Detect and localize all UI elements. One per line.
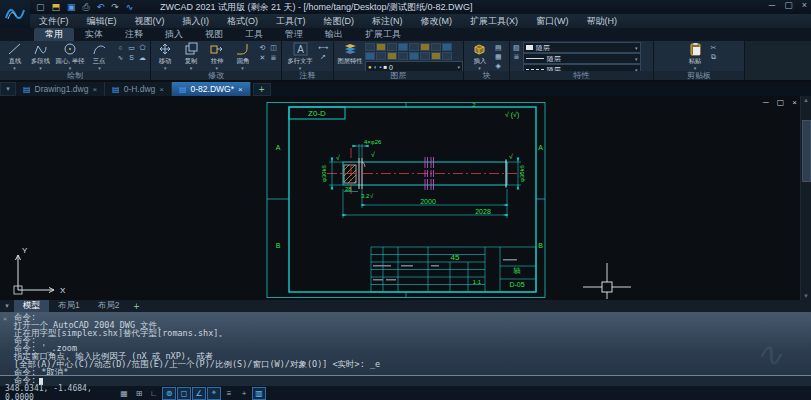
copy-button[interactable]: 复制 ▾ bbox=[179, 42, 204, 70]
workspace-toggle[interactable]: ▥ bbox=[252, 387, 266, 400]
revcloud-icon[interactable]: ☁ bbox=[137, 53, 148, 63]
array-icon[interactable]: ≣ bbox=[268, 53, 279, 63]
ribbon-tab-express[interactable]: 扩展工具 bbox=[354, 28, 412, 41]
menu-express[interactable]: 扩展工具(X) bbox=[461, 14, 527, 28]
otrack-toggle[interactable]: ∠ bbox=[192, 387, 206, 400]
menu-tools[interactable]: 工具(T) bbox=[267, 14, 315, 28]
ribbon-tab-output[interactable]: 输出 bbox=[314, 28, 354, 41]
command-close-icon[interactable]: × bbox=[3, 315, 7, 323]
minimize-button[interactable]: ─ bbox=[769, 0, 775, 10]
dynamic-input-toggle[interactable]: ⌖ bbox=[207, 387, 221, 400]
rectangle-icon[interactable]: ▭ bbox=[126, 43, 137, 53]
close-tab-icon[interactable]: × bbox=[92, 85, 97, 94]
rotate-icon[interactable]: ⟲ bbox=[257, 43, 268, 53]
edit-block-icon[interactable]: ▦ bbox=[495, 52, 502, 61]
add-layout-button[interactable]: + bbox=[128, 300, 144, 312]
ortho-toggle[interactable]: ∟ bbox=[147, 387, 161, 400]
ribbon-tab-annotate[interactable]: 注释 bbox=[114, 28, 154, 41]
attributes-icon[interactable]: ◈ bbox=[495, 61, 502, 70]
ribbon-tab-tools[interactable]: 工具 bbox=[234, 28, 274, 41]
close-tab-icon[interactable]: × bbox=[238, 85, 243, 94]
close-tab-icon[interactable]: × bbox=[159, 85, 164, 94]
customize-icon[interactable]: ∿ bbox=[126, 1, 134, 13]
ribbon-tab-solid[interactable]: 实体 bbox=[74, 28, 114, 41]
drawing-canvas[interactable]: ─ ▢ × bbox=[0, 96, 811, 300]
undo-icon[interactable]: ↶ bbox=[97, 1, 105, 13]
circle-button[interactable]: 圆心, 半径 ▾ bbox=[54, 42, 86, 70]
create-block-icon[interactable]: ▤ bbox=[495, 43, 502, 52]
doc-tab-0-h[interactable]: ▤ 0-H.dwg × bbox=[105, 82, 172, 96]
color-dropdown[interactable]: 随层 ▾ bbox=[523, 42, 641, 53]
copy-clip-icon[interactable]: ⧉ bbox=[711, 52, 717, 61]
command-window[interactable]: × 命令: 打开一个 AutoCAD 2004 DWG 文件。 正在用字型[si… bbox=[0, 312, 811, 386]
ribbon-tab-insert[interactable]: 插入 bbox=[154, 28, 194, 41]
move-button[interactable]: 移动 ▾ bbox=[153, 42, 178, 70]
menu-window[interactable]: 窗口(W) bbox=[527, 14, 578, 28]
scroll-up-icon[interactable]: ▲ bbox=[801, 97, 811, 103]
doc-close-icon[interactable]: × bbox=[792, 98, 797, 107]
lineweight-dropdown[interactable]: 随层 ▾ bbox=[523, 53, 641, 64]
menu-format[interactable]: 格式(O) bbox=[218, 14, 267, 28]
paste-button[interactable]: 粘贴 ▾ bbox=[682, 42, 709, 70]
ucs-x-label: X bbox=[60, 286, 66, 295]
vertical-scrollbar[interactable]: ▲ ▼ bbox=[800, 96, 811, 300]
new-icon[interactable]: ▢ bbox=[36, 1, 45, 13]
donut-icon[interactable]: ○ bbox=[115, 43, 126, 53]
cursor-toggle[interactable]: + bbox=[237, 387, 251, 400]
restore-button[interactable]: ▢ bbox=[784, 0, 793, 10]
match-properties-icon[interactable]: ▧ bbox=[513, 43, 520, 52]
close-button[interactable]: × bbox=[802, 0, 807, 10]
menu-view[interactable]: 视图(V) bbox=[126, 14, 174, 28]
line-button[interactable]: 直线 ▾ bbox=[2, 42, 27, 70]
menu-file[interactable]: 文件(F) bbox=[30, 14, 78, 28]
stretch-button[interactable]: 拉伸 ▾ bbox=[205, 42, 230, 70]
leader-icon[interactable]: ↗ bbox=[318, 52, 328, 61]
mirror-icon[interactable]: ◫ bbox=[268, 43, 279, 53]
dimension-icon[interactable]: ⟷ bbox=[318, 43, 328, 52]
layout-list-button[interactable]: ▾ bbox=[0, 300, 14, 312]
snap-toggle[interactable]: ⊞ bbox=[132, 387, 146, 400]
osnap-toggle[interactable]: ◻ bbox=[177, 387, 191, 400]
doc-tab-drawing1[interactable]: ▤ Drawing1.dwg × bbox=[16, 82, 105, 96]
redo-icon[interactable]: ↷ bbox=[111, 1, 119, 13]
scroll-down-icon[interactable]: ▼ bbox=[801, 293, 811, 299]
polygon-icon[interactable]: ⬠ bbox=[137, 43, 148, 53]
properties-list-icon[interactable]: ≣ bbox=[513, 52, 520, 61]
scrollbar-thumb[interactable] bbox=[802, 120, 811, 182]
insert-block-button[interactable]: 插入 ▾ bbox=[466, 42, 493, 70]
menu-modify[interactable]: 修改(M) bbox=[412, 14, 462, 28]
polar-toggle[interactable]: ⊚ bbox=[162, 387, 176, 400]
ribbon-tab-manage[interactable]: 管理 bbox=[274, 28, 314, 41]
layer-properties-button[interactable]: 图层特性 bbox=[336, 42, 364, 66]
doc-restore-icon[interactable]: ▢ bbox=[777, 98, 785, 107]
ribbon-tab-home[interactable]: 常用 bbox=[34, 28, 74, 41]
menu-dimension[interactable]: 标注(N) bbox=[363, 14, 412, 28]
spline-icon[interactable]: ∿ bbox=[115, 53, 126, 63]
command-input[interactable]: 命令: bbox=[0, 375, 811, 386]
ellipse-icon[interactable]: S bbox=[126, 53, 137, 63]
tab-layout1[interactable]: 布局1 bbox=[49, 300, 89, 312]
new-tab-button[interactable]: + bbox=[253, 83, 271, 96]
erase-icon[interactable]: ✕ bbox=[257, 53, 268, 63]
polyline-button[interactable]: 多段线 ▾ bbox=[28, 42, 53, 70]
save-icon[interactable]: ▣ bbox=[67, 1, 76, 13]
tab-layout2[interactable]: 布局2 bbox=[89, 300, 129, 312]
tab-list-button[interactable]: ▾ bbox=[0, 82, 16, 96]
menu-insert[interactable]: 插入(I) bbox=[174, 14, 219, 28]
menu-help[interactable]: 帮助(H) bbox=[578, 14, 627, 28]
ribbon-tab-view[interactable]: 视图 bbox=[194, 28, 234, 41]
menu-edit[interactable]: 编辑(E) bbox=[78, 14, 126, 28]
fillet-button[interactable]: 圆角 ▾ bbox=[230, 42, 255, 70]
doc-minimize-icon[interactable]: ─ bbox=[763, 98, 769, 107]
menu-draw[interactable]: 绘图(D) bbox=[315, 14, 364, 28]
open-icon[interactable]: ⬒ bbox=[52, 1, 61, 13]
lineweight-toggle[interactable]: ≡ bbox=[222, 387, 236, 400]
cut-icon[interactable]: ✂ bbox=[711, 43, 717, 52]
arc-button[interactable]: 三点 ▾ bbox=[87, 42, 112, 70]
grid-toggle[interactable]: ▦ bbox=[117, 387, 131, 400]
layer-tools-grid[interactable] bbox=[365, 43, 463, 60]
tab-model[interactable]: 模型 bbox=[14, 300, 49, 312]
mtext-button[interactable]: A 多行文字 ▾ bbox=[284, 42, 316, 70]
doc-tab-0-82[interactable]: ▤ 0-82.DWG* × bbox=[172, 82, 251, 96]
plot-icon[interactable]: ⎙ bbox=[83, 1, 90, 13]
